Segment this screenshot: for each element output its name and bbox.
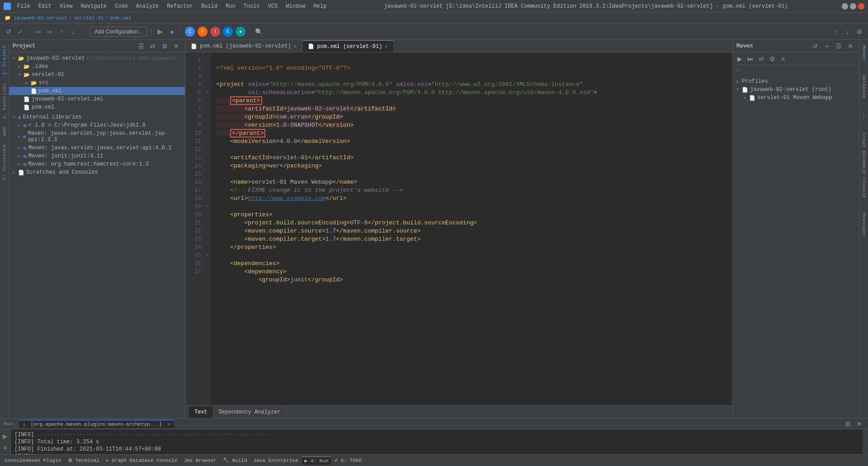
side-tab-project[interactable]: 1: Project <box>0 42 9 79</box>
tab-pom-servlet[interactable]: 📄 pom.xml (servlet-01) ✕ <box>302 40 394 52</box>
tree-item-maven-junit[interactable]: ▶ ⊞ Maven: junit:junit:4.11 <box>9 152 185 160</box>
breadcrumb-file[interactable]: pom.xml <box>110 15 131 21</box>
toolbar-btn-4[interactable]: ⇨ <box>45 27 55 37</box>
bottom-tab-java-ee[interactable]: Java Enterprise <box>251 457 301 464</box>
run-tab-maven[interactable]: ⚠ [org.apache.maven.plugins:maven-archet… <box>19 420 174 428</box>
maven-more[interactable]: ☰ <box>834 41 844 51</box>
bottom-tab-jms[interactable]: Jms Browser <box>181 457 219 464</box>
maven-toggle[interactable]: ⇄ <box>756 54 766 64</box>
tree-item-idea[interactable]: ▶ 📂 .idea <box>9 62 185 71</box>
bottom-tab-graph[interactable]: ✦ Graph Database Console <box>103 456 180 464</box>
menu-navigate[interactable]: Navigate <box>77 2 110 10</box>
maximize-button[interactable] <box>850 3 856 10</box>
bottom-tab-run[interactable]: ▶ 4: Run <box>302 456 331 465</box>
tree-item-src[interactable]: ▶ 📂 src <box>9 79 185 87</box>
maven-project-root[interactable]: ▼ 📄 javaweb-02-servlet (root) <box>735 86 857 94</box>
run-play[interactable]: ▶ <box>0 431 10 441</box>
ie-button[interactable]: I <box>210 27 220 37</box>
fold-5[interactable]: ▾ <box>203 89 210 97</box>
bottom-tab-console[interactable]: ConsoleHaven Plugin <box>2 457 64 464</box>
side-tab-favorites[interactable]: 2: Favorites <box>0 80 9 123</box>
maven-add[interactable]: + <box>822 41 832 51</box>
tab-close-2[interactable]: ✕ <box>385 43 388 49</box>
add-configuration-button[interactable]: Add Configuration... <box>90 27 147 37</box>
edge2-button[interactable]: ● <box>236 27 245 37</box>
right-side-tab-codewithme[interactable]: 〉 <box>860 109 868 122</box>
tree-item-ext-libs[interactable]: ▼ ⊞ External Libraries <box>9 113 185 121</box>
run-button[interactable]: ▶ <box>155 27 165 37</box>
toolbar-btn-1[interactable]: ↺ <box>4 27 14 37</box>
menu-analyze[interactable]: Analyze <box>132 2 162 10</box>
sidebar-icon-4[interactable]: ✕ <box>171 41 181 51</box>
right-side-tab-graph[interactable]: Graph Database Console <box>860 129 868 202</box>
toolbar-btn-3[interactable]: ⇦ <box>33 27 43 37</box>
toolbar-btn-2[interactable]: ✓ <box>15 27 25 37</box>
maven-profiles[interactable]: ▶ Profiles <box>735 77 857 86</box>
run-close[interactable]: ✕ <box>854 419 864 429</box>
tree-item-root[interactable]: ▼ 📂 javaweb-02-servlet E:\idea\IntelliJ … <box>9 54 185 62</box>
bottom-tab-todo[interactable]: ✔ 6: TODO <box>332 456 364 464</box>
menu-refactor[interactable]: Refactor <box>163 2 197 10</box>
toolbar-btn-5[interactable]: ↑ <box>57 27 66 37</box>
tree-item-pom-root[interactable]: 📄 pom.xml <box>9 103 185 111</box>
tree-item-iml[interactable]: 📄 javaweb-02-servlet.iml <box>9 95 185 103</box>
right-side-tab-maven[interactable]: Maven <box>860 42 868 64</box>
tree-item-maven-jsp[interactable]: ▶ ⊞ Maven: javax.servlet.jsp:javax.servl… <box>9 129 185 144</box>
toolbar-settings[interactable]: ⚙ <box>854 27 864 37</box>
run-tab-close[interactable]: ✕ <box>168 422 171 427</box>
maven-settings[interactable]: ⚙ <box>767 54 777 64</box>
bottom-tab-terminal[interactable]: 🖥 Terminal <box>65 456 102 464</box>
right-side-tab-messages[interactable]: Messages <box>860 209 868 240</box>
menu-build[interactable]: Build <box>198 2 221 10</box>
run-settings[interactable]: ⚙ <box>843 419 853 429</box>
close-button[interactable] <box>858 3 864 10</box>
chrome-button[interactable]: C <box>185 27 195 37</box>
edge-button[interactable]: E <box>223 27 233 37</box>
breadcrumb-module[interactable]: servlet-01 <box>74 15 104 21</box>
toolbar-git2[interactable]: ↓ <box>843 27 853 37</box>
tree-item-pom-servlet[interactable]: 📄 pom.xml <box>9 87 185 95</box>
side-tab-structure[interactable]: Z: Structure <box>0 141 9 184</box>
firefox-button[interactable]: F <box>198 27 208 37</box>
maven-collapse[interactable]: ≡ <box>778 54 788 64</box>
menu-file[interactable]: File <box>14 2 34 10</box>
tree-item-jdk[interactable]: ▶ ⊞ < 1.8 > C:\Program Files\Java\jdk1.8 <box>9 121 185 129</box>
tree-item-servlet01[interactable]: ▼ 📂 servlet-01 <box>9 71 185 79</box>
code-content[interactable]: <?xml version="1.0" encoding="UTF-8"?> <… <box>211 52 732 405</box>
run-scrollbar[interactable] <box>863 429 868 454</box>
menu-run[interactable]: Run <box>222 2 239 10</box>
run-stop[interactable]: ■ <box>0 443 10 453</box>
debug-button[interactable]: ● <box>167 27 177 37</box>
menu-help[interactable]: Help <box>310 2 330 10</box>
tree-item-scratches[interactable]: ▶ 📄 Scratches and Consoles <box>9 168 185 176</box>
toolbar-btn-6[interactable]: ↓ <box>68 27 78 37</box>
toolbar-search[interactable]: 🔍 <box>254 27 264 37</box>
maven-refresh[interactable]: ↺ <box>810 41 820 51</box>
tree-item-maven-servlet[interactable]: ▶ ⊞ Maven: javax.servlet:javax.servlet-a… <box>9 144 185 152</box>
right-side-tab-database[interactable]: Database <box>860 71 868 102</box>
menu-edit[interactable]: Edit <box>35 2 55 10</box>
sidebar-icon-1[interactable]: ☰ <box>136 41 146 51</box>
fold-25[interactable]: ▾ <box>203 252 210 260</box>
toolbar-git[interactable]: ↑ <box>831 27 841 37</box>
menu-view[interactable]: View <box>56 2 76 10</box>
maven-project-servlet[interactable]: ▶ 📄 servlet-01 Maven Webapp <box>735 94 857 102</box>
breadcrumb-project[interactable]: javaweb-02-servlet <box>14 15 67 21</box>
tab-text[interactable]: Text <box>189 406 213 418</box>
bottom-tab-build[interactable]: 🔨 Build <box>220 456 250 464</box>
maven-close[interactable]: ✕ <box>845 41 855 51</box>
menu-vcs[interactable]: VCS <box>264 2 282 10</box>
tab-close-1[interactable]: ✕ <box>294 43 297 49</box>
menu-code[interactable]: Code <box>111 2 132 10</box>
tab-pom-parent[interactable]: 📄 pom.xml (javaweb-02-servlet) ✕ <box>185 40 302 52</box>
maven-run-all[interactable]: ▶ <box>735 54 745 64</box>
menu-window[interactable]: Window <box>282 2 309 10</box>
tab-dependency-analyzer[interactable]: Dependency Analyzer <box>213 406 287 418</box>
sidebar-icon-2[interactable]: ⇄ <box>148 41 158 51</box>
tree-item-maven-hamcrest[interactable]: ▶ ⊞ Maven: org.hamcrest:hamcrest-core:1.… <box>9 160 185 168</box>
fold-19[interactable]: ▾ <box>203 203 210 211</box>
maven-skip[interactable]: ⏭ <box>745 54 755 64</box>
menu-tools[interactable]: Tools <box>240 2 264 10</box>
minimize-button[interactable] <box>842 3 848 10</box>
sidebar-icon-3[interactable]: ⚙ <box>160 41 170 51</box>
